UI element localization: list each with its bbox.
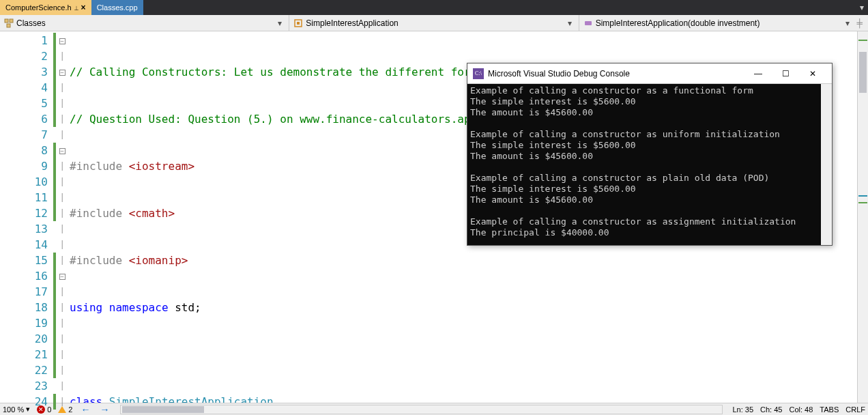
nav-scope-label: Classes — [16, 18, 46, 28]
minimize-button[interactable]: — — [744, 69, 772, 78]
method-icon — [583, 18, 593, 28]
indent-mode[interactable]: TABS — [820, 405, 839, 414]
pin-icon[interactable]: ⟂ — [74, 4, 78, 12]
nav-member-label: SimpleInterestApplication(double investm… — [596, 18, 760, 28]
fold-toggle[interactable]: − — [59, 38, 66, 44]
class-view-icon — [4, 18, 14, 28]
tabs-spacer — [143, 0, 856, 15]
line-number-gutter: 123456789101112131415161718192021222324 — [0, 31, 53, 403]
chevron-down-icon: ▾ — [843, 18, 852, 28]
document-tabs: ComputerScience.h ⟂ × Classes.cpp ▾ — [0, 0, 868, 15]
svg-rect-4 — [297, 22, 300, 25]
split-icon[interactable]: ╪ — [855, 18, 864, 28]
chevron-down-icon: ▾ — [565, 18, 575, 28]
class-icon — [293, 18, 303, 28]
vertical-scrollbar[interactable] — [857, 31, 868, 403]
console-output[interactable]: Example of calling a constructor as a fu… — [467, 84, 821, 245]
svg-rect-2 — [7, 24, 10, 27]
nav-scope-dropdown[interactable]: Classes ▾ — [0, 15, 289, 31]
console-icon: C:\ — [473, 68, 484, 79]
close-icon[interactable]: × — [81, 3, 86, 12]
arrow-right-icon: → — [98, 404, 111, 415]
tab-label: ComputerScience.h — [5, 3, 72, 12]
nav-back[interactable]: ← — [79, 404, 91, 415]
close-button[interactable]: ✕ — [799, 69, 826, 78]
fold-toggle[interactable]: − — [59, 274, 66, 280]
tab-label: Classes.cpp — [97, 3, 138, 12]
debug-console-window[interactable]: C:\ Microsoft Visual Studio Debug Consol… — [467, 63, 833, 246]
line-indicator[interactable]: Ln: 35 — [732, 405, 753, 414]
nav-member-dropdown[interactable]: SimpleInterestApplication(double investm… — [579, 15, 868, 31]
nav-class-label: SimpleInterestApplication — [306, 18, 398, 28]
fold-column[interactable]: − │ − ││││ − │││││││ − ││││││││ — [56, 31, 68, 403]
console-scrollbar[interactable] — [821, 84, 832, 245]
line-ending-mode[interactable]: CRLF — [845, 405, 865, 414]
fold-toggle[interactable]: − — [59, 148, 66, 154]
tab-classes-cpp[interactable]: Classes.cpp — [91, 0, 143, 15]
tabs-overflow-dropdown[interactable]: ▾ — [856, 0, 868, 15]
fold-toggle[interactable]: − — [59, 70, 66, 76]
svg-rect-0 — [5, 19, 8, 23]
nav-class-dropdown[interactable]: SimpleInterestApplication ▾ — [289, 15, 579, 31]
console-title-text: Microsoft Visual Studio Debug Console — [488, 69, 630, 78]
scrollbar-thumb[interactable] — [859, 52, 867, 93]
svg-rect-5 — [585, 21, 592, 25]
svg-rect-1 — [10, 19, 13, 23]
col-indicator[interactable]: Col: 48 — [789, 405, 813, 414]
scrollbar-thumb[interactable] — [122, 406, 204, 413]
chevron-down-icon: ▾ — [275, 18, 285, 28]
char-indicator[interactable]: Ch: 45 — [760, 405, 782, 414]
navigation-bar: Classes ▾ SimpleInterestApplication ▾ Si… — [0, 15, 868, 31]
maximize-button[interactable]: ☐ — [772, 69, 799, 78]
arrow-left-icon: ← — [79, 404, 91, 415]
horizontal-scrollbar[interactable] — [120, 405, 723, 414]
nav-forward[interactable]: → — [98, 404, 111, 415]
tab-computerscience-h[interactable]: ComputerScience.h ⟂ × — [0, 0, 91, 15]
status-bar: 100 % ▾ ✕0 2 ← → Ln: 35 Ch: 45 Col: 48 T… — [0, 403, 868, 415]
console-titlebar[interactable]: C:\ Microsoft Visual Studio Debug Consol… — [467, 63, 832, 84]
